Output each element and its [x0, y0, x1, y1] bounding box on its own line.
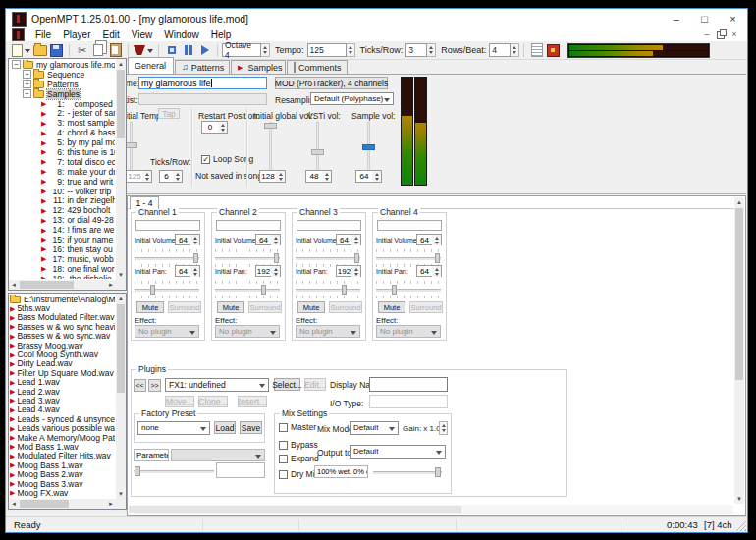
rows-beat-spinner[interactable]: [511, 43, 519, 57]
close-icon[interactable]: ×: [719, 10, 747, 28]
new-file-icon[interactable]: [12, 43, 30, 58]
plugin-insert-button[interactable]: Insert...: [238, 396, 267, 407]
stop-icon[interactable]: [164, 43, 179, 58]
tree-sample-item[interactable]: ▶12:429 bocholt: [10, 205, 115, 215]
collapse-icon[interactable]: −: [12, 60, 21, 69]
open-file-icon[interactable]: [32, 43, 47, 58]
surround-button[interactable]: Surround: [409, 301, 443, 313]
mix-mode-select[interactable]: Default: [350, 421, 399, 435]
ticks-row-spinner[interactable]: [427, 43, 436, 57]
tree-sample-item[interactable]: ▶4:chord & bass: [10, 128, 115, 137]
expand-checkbox[interactable]: Expand: [279, 454, 319, 463]
menu-item-help[interactable]: Help: [205, 29, 238, 40]
tab-samples[interactable]: ▶ Samples: [231, 60, 286, 74]
scroll-down-icon[interactable]: ▼: [116, 270, 126, 280]
paste-icon[interactable]: [108, 43, 123, 58]
tree-hscrollbar[interactable]: ◄ ►: [9, 280, 116, 290]
slider-thumb[interactable]: [135, 466, 140, 476]
tree-sample-item[interactable]: ▶1: composed: [10, 99, 115, 109]
ticks-row-input[interactable]: 3: [405, 43, 427, 57]
slider-thumb[interactable]: [362, 144, 375, 150]
pan-slider[interactable]: [135, 285, 199, 295]
master-checkbox[interactable]: Master: [279, 422, 316, 432]
plugin-select-button[interactable]: Select...: [274, 378, 300, 391]
volume-slider[interactable]: [296, 253, 360, 263]
library-file-item[interactable]: ▶Cool Moog Synth.wav: [10, 350, 115, 358]
initial-pan-spinbox[interactable]: 64: [175, 265, 200, 277]
plugin-edit-button[interactable]: Edit...: [304, 378, 326, 391]
tree-vscrollbar[interactable]: ▲ ▼: [116, 59, 126, 280]
menu-item-view[interactable]: View: [126, 29, 159, 40]
mute-button[interactable]: Mute: [378, 301, 405, 313]
tree-sample-item[interactable]: ▶5:by my pal mo: [10, 137, 115, 147]
library-file-item[interactable]: ▶Basses w & wo sync.wav: [10, 332, 115, 341]
mdi-minimize-icon[interactable]: –: [700, 29, 714, 40]
octave-spinner[interactable]: [261, 43, 270, 57]
plugin-icon[interactable]: [546, 43, 561, 58]
surround-button[interactable]: Surround: [329, 301, 362, 313]
spin-arrows[interactable]: [271, 235, 280, 245]
tree-sample-item[interactable]: ▶19: the disbelie: [10, 274, 115, 279]
library-file-item[interactable]: ▶Mod Bass 1.wav: [10, 442, 115, 451]
tree-sample-item[interactable]: ▶2:- jester of sar: [10, 108, 115, 118]
scroll-up-icon[interactable]: ▲: [116, 59, 126, 69]
slider-thumb[interactable]: [311, 149, 324, 155]
pause-icon[interactable]: [181, 43, 195, 58]
initial-volume-spinbox[interactable]: 64: [336, 234, 361, 245]
library-file-item[interactable]: ▶Lead 1.wav: [10, 378, 115, 387]
scroll-thumb[interactable]: [117, 304, 125, 393]
factory-preset-select[interactable]: none: [137, 421, 210, 435]
library-file-item[interactable]: ▶Moog Bass 2.wav: [10, 469, 115, 478]
files-hscrollbar[interactable]: ◄ ►: [9, 499, 116, 509]
tempo-spinbox[interactable]: 125: [127, 170, 152, 183]
mute-button[interactable]: Mute: [136, 301, 164, 313]
initial-volume-spinbox[interactable]: 64: [255, 234, 281, 245]
wet-dry-slider[interactable]: [373, 467, 442, 477]
tempo-spinner[interactable]: [347, 43, 355, 57]
tree-sample-item[interactable]: ▶18:one final wor: [10, 264, 115, 274]
scroll-down-icon[interactable]: ▼: [116, 489, 126, 499]
resize-grip[interactable]: [735, 520, 746, 531]
cut-icon[interactable]: ✂: [75, 43, 89, 58]
library-file-item[interactable]: ▶Filter Up Square Mod.wav: [10, 368, 115, 377]
notes-icon[interactable]: [529, 43, 544, 58]
tab-comments[interactable]: Comments: [287, 60, 348, 74]
restart-position-spinbox[interactable]: 0: [201, 121, 228, 134]
tempo-input[interactable]: 125: [307, 43, 347, 57]
global-vol-slider[interactable]: [264, 122, 277, 171]
slider-thumb[interactable]: [193, 253, 198, 263]
gain-spinner[interactable]: [439, 421, 448, 435]
library-file-item[interactable]: ▶5ths.wav: [10, 303, 115, 312]
scroll-right-icon[interactable]: ►: [106, 499, 116, 509]
preset-save-button[interactable]: Save: [240, 421, 262, 434]
slider-thumb[interactable]: [261, 285, 266, 295]
spin-arrows[interactable]: [432, 235, 441, 245]
copy-icon[interactable]: [91, 43, 106, 58]
save-icon[interactable]: [49, 43, 64, 58]
scroll-left-icon[interactable]: ◄: [9, 280, 19, 290]
tree-sample-item[interactable]: ▶8:make your dr: [10, 167, 115, 177]
library-file-item[interactable]: ▶Bass Modulated Filter.wav: [10, 313, 115, 322]
scroll-thumb[interactable]: [735, 208, 743, 380]
octave-select[interactable]: Octave 4: [222, 43, 261, 57]
slider-thumb[interactable]: [392, 285, 397, 295]
tree-sample-item[interactable]: ▶9:true and writ: [10, 177, 115, 187]
lower-vscrollbar[interactable]: ▲ ▼: [734, 197, 744, 504]
slider-thumb[interactable]: [150, 285, 155, 295]
channel-name-input[interactable]: [297, 220, 361, 231]
library-file-item[interactable]: ▶Moog Bass 3.wav: [10, 479, 115, 488]
play-icon[interactable]: [197, 43, 212, 58]
sample-vol-slider[interactable]: [362, 122, 375, 171]
slider-thumb[interactable]: [435, 253, 440, 263]
vsti-vol-spinbox[interactable]: 48: [305, 170, 332, 183]
volume-slider[interactable]: [215, 253, 280, 263]
effect-select[interactable]: No plugin: [135, 325, 199, 338]
library-file-item[interactable]: ▶Lead 3.wav: [10, 396, 115, 405]
plugin-slot-select[interactable]: FX1: undefined: [165, 378, 269, 392]
sample-vol-spinbox[interactable]: 64: [355, 170, 382, 183]
scroll-thumb[interactable]: [20, 281, 74, 289]
library-file-item[interactable]: ▶Dirty Lead.wav: [10, 359, 115, 368]
collapse-icon[interactable]: −: [23, 89, 31, 98]
tree-sample-item[interactable]: ▶6:this tune is 10: [10, 147, 115, 157]
scroll-left-icon[interactable]: ◄: [9, 499, 19, 509]
